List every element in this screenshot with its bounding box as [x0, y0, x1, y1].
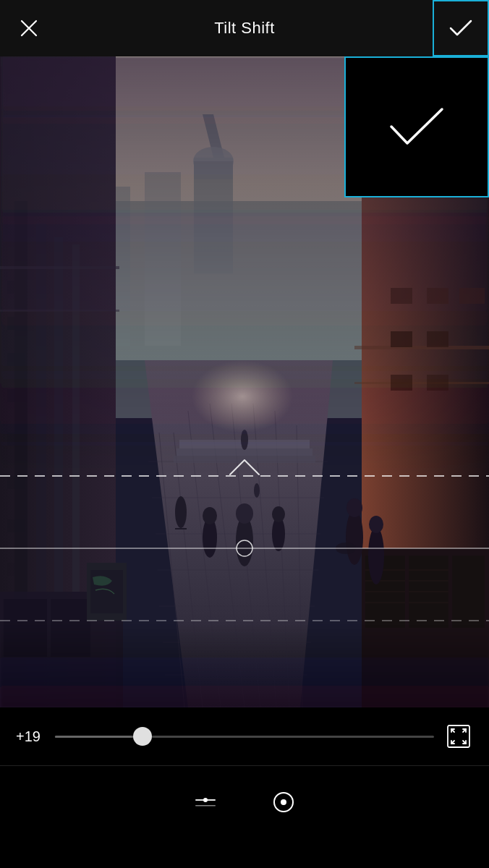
svg-rect-22: [7, 476, 25, 489]
svg-point-85: [369, 516, 383, 533]
expand-icon[interactable]: [444, 722, 473, 751]
svg-point-73: [175, 496, 187, 528]
confirm-button[interactable]: [433, 0, 489, 56]
svg-point-84: [368, 527, 384, 584]
slider-row: +19: [0, 707, 489, 765]
svg-rect-43: [452, 556, 485, 628]
svg-point-78: [236, 503, 253, 524]
svg-rect-23: [7, 519, 25, 532]
header: Tilt Shift: [0, 0, 489, 56]
slider-thumb[interactable]: [133, 727, 152, 746]
svg-point-110: [281, 799, 286, 805]
confirm-popover[interactable]: [344, 56, 489, 197]
page-title: Tilt Shift: [214, 19, 275, 38]
svg-rect-74: [175, 528, 187, 529]
bottom-toolbar: [0, 765, 489, 838]
svg-rect-24: [7, 563, 25, 576]
svg-rect-29: [90, 570, 123, 613]
slider-track[interactable]: [55, 736, 434, 738]
svg-point-107: [203, 798, 208, 802]
svg-point-76: [203, 507, 217, 524]
svg-point-80: [272, 506, 285, 522]
close-button[interactable]: [13, 12, 45, 44]
svg-rect-88: [0, 621, 489, 707]
svg-point-72: [254, 483, 260, 498]
svg-point-81: [346, 510, 363, 565]
slider-value: +19: [16, 728, 45, 745]
svg-point-82: [346, 498, 362, 517]
radial-tool-button[interactable]: [266, 785, 301, 820]
slider-fill: [55, 736, 143, 738]
svg-rect-108: [195, 805, 216, 807]
linear-tool-button[interactable]: [188, 785, 223, 820]
bottom-controls: +19: [0, 707, 489, 868]
